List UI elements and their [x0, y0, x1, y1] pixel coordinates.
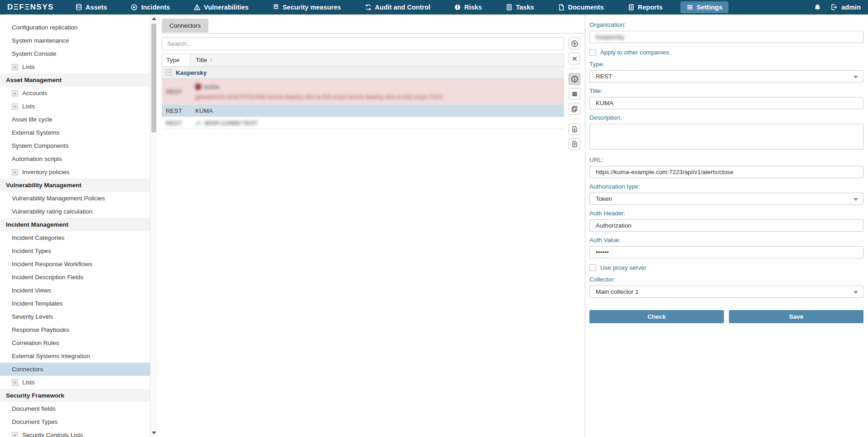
check-button[interactable]: Check [589, 310, 724, 323]
expand-plus-icon[interactable]: + [12, 90, 18, 97]
apply-label: Apply to other companies [600, 49, 669, 56]
bell-icon[interactable] [814, 4, 821, 11]
scroll-down-icon[interactable] [152, 432, 156, 434]
export-button[interactable] [569, 123, 580, 135]
list-icon [571, 91, 578, 97]
delete-button[interactable] [569, 53, 580, 64]
expand-plus-icon[interactable]: + [12, 64, 18, 70]
chevron-down-icon [854, 291, 858, 294]
sidebar-item-label: Severity Levels [12, 313, 53, 320]
sidebar-item-incident-views[interactable]: Incident Views [0, 284, 150, 297]
group-row-kaspersky[interactable]: − Kaspersky [162, 67, 564, 79]
sidebar-item-label: Incident Management [6, 221, 68, 228]
connector-row-kuma[interactable]: RESTkumagetaddrinfo ENOTFOUND kuma-deplo… [162, 79, 564, 105]
nav-item-settings[interactable]: Settings [680, 1, 728, 13]
audit-icon [365, 4, 372, 11]
sidebar-item-system-components[interactable]: System Components [0, 139, 150, 152]
use-proxy-server-checkbox[interactable]: Use proxy server [589, 264, 863, 271]
checkbox-icon[interactable] [589, 264, 596, 271]
sidebar-item-inventory-policies[interactable]: +Inventory policies [0, 165, 150, 179]
connector-title-cell: MISP-COMM TEST [190, 117, 564, 129]
sidebar-item-incident-description-fields[interactable]: Incident Description Fields [0, 271, 150, 284]
title-field[interactable] [589, 97, 863, 109]
description-field[interactable] [589, 124, 863, 150]
sidebar-item-document-types[interactable]: Document Types [0, 415, 150, 428]
connector-row-misp-comm-test[interactable]: RESTMISP-COMM TEST [162, 117, 564, 129]
sidebar-item-vulnerability-management-policies[interactable]: Vulnerability Management Policies [0, 192, 150, 205]
sidebar-item-external-systems-integration[interactable]: External Systems Integration [0, 350, 150, 363]
apply-to-other-companies-checkbox[interactable]: Apply to other companies [589, 49, 863, 56]
sidebar-item-label: Incident Types [12, 248, 51, 254]
info-button[interactable] [569, 73, 580, 85]
user-menu[interactable]: admin [830, 4, 861, 11]
sidebar-item-lists[interactable]: +Lists [0, 60, 150, 73]
scroll-up-icon[interactable] [152, 17, 156, 20]
save-button[interactable]: Save [729, 310, 863, 323]
details-button[interactable] [569, 88, 580, 100]
top-nav: DΞFΞNSYS AssetsIncidentsVulnerabilitiesS… [0, 0, 868, 15]
sidebar-item-incident-response-workflows[interactable]: Incident Response Workflows [0, 257, 150, 271]
authorization-type-value: Token [596, 195, 612, 202]
type-select[interactable]: REST [589, 70, 863, 83]
checkbox-icon[interactable] [589, 49, 596, 56]
sidebar-rows: Configuration replicationSystem maintena… [0, 15, 157, 437]
sidebar-item-security-controls-lists[interactable]: +Security Controls Lists [0, 428, 150, 437]
nav-item-label: Security measures [283, 4, 341, 11]
sidebar-item-severity-levels[interactable]: Severity Levels [0, 310, 150, 323]
sidebar-item-external-systems[interactable]: External Systems [0, 126, 150, 139]
authorization-type-select[interactable]: Token [589, 193, 863, 205]
sidebar-scrollbar[interactable] [150, 15, 157, 437]
auth-header-field[interactable] [589, 219, 863, 232]
column-header-type[interactable]: Type [162, 54, 190, 66]
expand-plus-icon[interactable]: + [12, 169, 18, 175]
nav-item-audit-and-control[interactable]: Audit and Control [359, 1, 436, 13]
sidebar-item-response-playbooks[interactable]: Response Playbooks [0, 323, 150, 336]
nav-item-reports[interactable]: Reports [622, 1, 669, 13]
logout-icon [830, 4, 838, 11]
scroll-thumb[interactable] [151, 24, 156, 132]
column-header-title[interactable]: Title ↑ [190, 54, 564, 66]
sidebar-item-label: Lists [22, 379, 35, 386]
organization-field[interactable]: Kaspersky [589, 31, 863, 43]
document-icon [558, 4, 565, 11]
sidebar-item-correlation-rules[interactable]: Correlation Rules [0, 336, 150, 350]
sidebar-item-lists[interactable]: +Lists [0, 376, 150, 389]
nav-item-security-measures[interactable]: Security measures [266, 1, 347, 13]
sidebar-item-configuration-replication[interactable]: Configuration replication [0, 21, 150, 34]
sidebar-item-connectors[interactable]: Connectors [0, 363, 150, 376]
search-input[interactable] [162, 37, 564, 50]
expand-plus-icon[interactable]: + [12, 379, 18, 386]
auth-value-field[interactable] [589, 246, 863, 258]
nav-item-incidents[interactable]: Incidents [125, 1, 176, 13]
nav-item-assets[interactable]: Assets [69, 1, 113, 13]
add-button[interactable] [569, 38, 580, 49]
sidebar-item-incident-templates[interactable]: Incident Templates [0, 297, 150, 310]
sidebar-item-label: System Console [12, 50, 56, 57]
expand-plus-icon[interactable]: + [12, 103, 18, 110]
sidebar-item-lists[interactable]: +Lists [0, 100, 150, 113]
sidebar-item-accounts[interactable]: +Accounts [0, 87, 150, 100]
organization-label: Organization: [589, 21, 863, 28]
sidebar-item-asset-life-cycle[interactable]: Asset life cycle [0, 113, 150, 126]
nav-item-documents[interactable]: Documents [552, 1, 610, 13]
collector-select[interactable]: Main collector 1 [589, 286, 863, 298]
copy-button[interactable] [569, 103, 580, 115]
sidebar-item-system-maintenance[interactable]: System maintenance [0, 34, 150, 47]
connector-row-kuma[interactable]: RESTKUMA [162, 105, 564, 117]
nav-item-vulnerabilities[interactable]: Vulnerabilities [188, 1, 255, 13]
expand-plus-icon[interactable]: + [12, 432, 18, 437]
sidebar-item-document-fields[interactable]: Document fields [0, 402, 150, 415]
import-button[interactable] [569, 138, 580, 150]
collapse-minus-icon[interactable]: − [165, 69, 172, 76]
sidebar-item-automation-scripts[interactable]: Automation scripts [0, 152, 150, 165]
tab-connectors[interactable]: Connectors [162, 19, 208, 33]
sidebar-item-incident-types[interactable]: Incident Types [0, 244, 150, 257]
nav-item-tasks[interactable]: Tasks [500, 1, 540, 13]
sidebar-item-system-console[interactable]: System Console [0, 47, 150, 60]
app-logo: DΞFΞNSYS [7, 3, 54, 12]
url-field[interactable] [589, 166, 863, 178]
nav-item-risks[interactable]: Risks [448, 1, 488, 13]
auth-header-label: Auth Header: [589, 210, 863, 217]
sidebar-item-incident-categories[interactable]: Incident Categories [0, 231, 150, 244]
sidebar-item-vulnerability-rating-calculation[interactable]: Vulnerability rating calculation [0, 205, 150, 218]
